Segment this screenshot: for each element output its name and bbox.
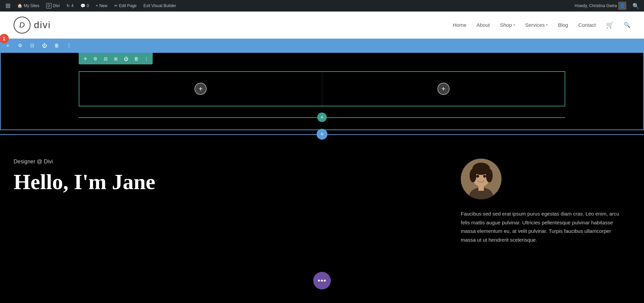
pencil-icon: ✏ [114,3,118,8]
new-item[interactable]: + New [93,0,110,12]
layout-icon: ⊡ [30,43,34,48]
hero-body-text: Faucibus sed sed erat ipsum purus egesta… [461,209,624,244]
plus-icon: + [6,43,9,48]
row-resize-button[interactable]: ⊟ [101,54,110,63]
add-section-area: + [0,130,644,138]
admin-search-button[interactable]: 🔍 [630,3,641,9]
nav-contact[interactable]: Contact [578,22,596,28]
columns-icon: ⊞ [114,56,118,61]
nav-shop[interactable]: Shop ▾ [500,22,515,28]
nav-about-label: About [476,22,490,28]
chevron-down-icon: ▾ [513,23,515,27]
section-settings-button[interactable]: ⚙ [15,40,25,50]
add-row-area: + [79,113,565,121]
row-delete-button[interactable]: 🗑 [132,54,140,63]
site-logo[interactable]: D divi [14,17,51,34]
exit-builder-item[interactable]: Exit Visual Builder [141,0,179,12]
my-sites-label: My Sites [24,3,39,8]
nav-blog-label: Blog [558,22,568,28]
add-row-button[interactable]: + [317,113,327,122]
cart-icon[interactable]: 🛒 [606,21,613,29]
row-move-button[interactable]: ✛ [81,54,90,63]
nav-home[interactable]: Home [453,22,466,28]
section-black: ✛ ⚙ ⊟ ⊞ ⏻ 🗑 ⋮ [0,52,644,130]
hero-subtitle: Designer @ Divi [14,159,447,165]
hero-title: Hello, I'm Jane [14,170,447,194]
add-module-col2-button[interactable]: + [437,83,450,95]
wp-logo-item[interactable]: ⊞ [3,0,13,12]
messages-item[interactable]: 💬 0 [78,0,92,12]
logo-circle: D [14,17,31,34]
plus-icon: + [441,85,446,93]
divi-icon: D [46,3,52,8]
comments-count: 4 [71,3,74,8]
row-more-button[interactable]: ⋮ [142,54,151,63]
sites-icon: 🏠 [17,3,22,8]
site-header: D divi Home About Shop ▾ Services ▾ Blog… [0,12,644,39]
plus-icon: + [320,114,323,120]
logo-d: D [19,21,25,29]
refresh-icon: ↻ [67,3,70,8]
admin-bar-right: Howdy, Christina Gwira 👤 🔍 [572,0,641,12]
section-more-button[interactable]: ⋮ [64,40,74,50]
user-item[interactable]: Howdy, Christina Gwira 👤 [572,0,629,12]
chevron-down-icon: ▾ [546,23,548,27]
row-col-1: + [79,72,322,106]
nav-blog[interactable]: Blog [558,22,568,28]
plus-icon: + [320,131,324,138]
svg-point-5 [470,169,476,182]
floating-menu-button[interactable]: ••• [313,272,331,289]
admin-bar: ⊞ 🏠 My Sites D Divi ↻ 4 💬 0 + New ✏ Edit… [0,0,644,12]
gear-icon: ⚙ [93,56,97,61]
row-settings-button[interactable]: ⚙ [91,54,100,63]
logo-text: divi [34,20,51,31]
messages-count: 0 [87,3,89,8]
trash-icon: 🗑 [134,56,138,61]
divi-item[interactable]: D Divi [43,0,62,12]
svg-point-8 [483,175,486,178]
comments-item[interactable]: ↻ 4 [64,0,76,12]
row-col-2: + [322,72,565,106]
dots-icon: ••• [318,276,326,285]
gear-icon: ⚙ [18,43,22,48]
add-module-col1-button[interactable]: + [194,83,207,95]
trash-icon: 🗑 [54,43,59,48]
plus-icon: + [198,85,203,93]
section-layout-button[interactable]: ⊡ [27,40,37,50]
nav-home-label: Home [453,22,466,28]
my-sites-item[interactable]: 🏠 My Sites [15,0,42,12]
hero-left: Designer @ Divi Hello, I'm Jane [14,159,461,194]
user-label: Howdy, Christina Gwira [575,3,617,8]
nav-about[interactable]: About [476,22,490,28]
svg-point-7 [476,175,479,178]
row-columns-button[interactable]: ⊞ [111,54,120,63]
divi-label: Divi [53,3,60,8]
site-nav: Home About Shop ▾ Services ▾ Blog Contac… [453,21,630,29]
exit-builder-label: Exit Visual Builder [144,3,176,8]
section-delete-button[interactable]: 🗑 [52,40,62,50]
resize-icon: ⊟ [104,56,108,61]
edit-page-item[interactable]: ✏ Edit Page [112,0,139,12]
wp-icon: ⊞ [5,2,11,9]
section-toolbar: 1 + ⚙ ⊡ ⏻ 🗑 ⋮ [0,39,644,52]
nav-services[interactable]: Services ▾ [525,22,548,28]
new-label: + New [96,3,107,8]
move-icon: ✛ [83,56,87,61]
hero-right: Faucibus sed sed erat ipsum purus egesta… [461,159,630,244]
nav-shop-label: Shop [500,22,512,28]
search-icon[interactable]: 🔍 [624,22,630,28]
power-icon: ⏻ [42,43,47,48]
row-toolbar: ✛ ⚙ ⊟ ⊞ ⏻ 🗑 ⋮ [79,53,153,64]
hero-section: Designer @ Divi Hello, I'm Jane [0,138,644,271]
avatar: 👤 [618,2,626,10]
row-container: + + [79,71,565,106]
section-enable-button[interactable]: ⏻ [39,40,50,50]
row-enable-button[interactable]: ⏻ [121,54,130,63]
page-content: 1 + ⚙ ⊡ ⏻ 🗑 ⋮ ✛ [0,39,644,271]
nav-services-label: Services [525,22,545,28]
add-section-button[interactable]: + [317,129,327,140]
nav-contact-label: Contact [578,22,596,28]
edit-page-label: Edit Page [119,3,137,8]
power-icon: ⏻ [124,56,128,61]
comment-icon: 💬 [80,3,86,8]
